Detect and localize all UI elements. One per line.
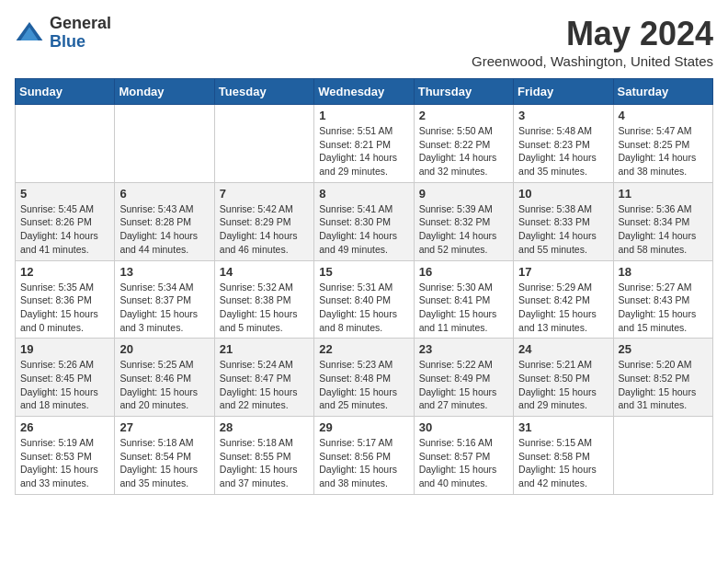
day-info: Sunrise: 5:23 AMSunset: 8:48 PMDaylight:… [319,358,408,412]
day-number: 10 [518,187,608,201]
calendar-cell [115,105,214,183]
day-info: Sunrise: 5:26 AMSunset: 8:45 PMDaylight:… [20,358,109,412]
logo-general-text: General [50,15,111,33]
weekday-header-monday: Monday [115,79,214,105]
day-info: Sunrise: 5:17 AMSunset: 8:56 PMDaylight:… [319,436,408,490]
calendar-cell: 10Sunrise: 5:38 AMSunset: 8:33 PMDayligh… [514,182,613,260]
day-info: Sunrise: 5:45 AMSunset: 8:26 PMDaylight:… [20,202,109,257]
day-number: 27 [119,420,209,434]
calendar-week-1: 1Sunrise: 5:51 AMSunset: 8:21 PMDaylight… [16,105,713,183]
calendar-cell: 2Sunrise: 5:50 AMSunset: 8:22 PMDaylight… [414,105,513,183]
day-info: Sunrise: 5:22 AMSunset: 8:49 PMDaylight:… [419,358,508,412]
calendar-cell: 15Sunrise: 5:31 AMSunset: 8:40 PMDayligh… [314,260,414,339]
month-title: May 2024 [472,15,713,53]
calendar-cell: 28Sunrise: 5:18 AMSunset: 8:55 PMDayligh… [214,417,313,495]
day-info: Sunrise: 5:25 AMSunset: 8:46 PMDaylight:… [119,358,209,412]
calendar-cell: 1Sunrise: 5:51 AMSunset: 8:21 PMDaylight… [314,105,414,183]
day-number: 2 [419,109,508,122]
weekday-header-tuesday: Tuesday [214,79,313,105]
day-info: Sunrise: 5:32 AMSunset: 8:38 PMDaylight:… [220,281,309,335]
location-title: Greenwood, Washington, United States [472,53,713,69]
day-number: 22 [319,342,408,356]
weekday-header-row: SundayMondayTuesdayWednesdayThursdayFrid… [16,79,713,105]
day-number: 19 [20,342,109,356]
calendar-cell: 8Sunrise: 5:41 AMSunset: 8:30 PMDaylight… [314,182,414,260]
calendar-cell: 23Sunrise: 5:22 AMSunset: 8:49 PMDayligh… [414,339,513,417]
day-info: Sunrise: 5:21 AMSunset: 8:50 PMDaylight:… [518,358,608,412]
day-number: 26 [20,420,109,434]
day-info: Sunrise: 5:20 AMSunset: 8:52 PMDaylight:… [619,358,708,412]
day-number: 9 [419,187,508,201]
day-number: 17 [518,265,608,279]
day-number: 20 [119,342,209,356]
day-number: 11 [619,187,708,201]
calendar-cell: 20Sunrise: 5:25 AMSunset: 8:46 PMDayligh… [115,339,214,417]
day-info: Sunrise: 5:39 AMSunset: 8:32 PMDaylight:… [419,202,508,257]
day-info: Sunrise: 5:30 AMSunset: 8:41 PMDaylight:… [419,281,508,335]
calendar-cell: 16Sunrise: 5:30 AMSunset: 8:41 PMDayligh… [414,260,513,339]
calendar-cell: 6Sunrise: 5:43 AMSunset: 8:28 PMDaylight… [115,182,214,260]
day-info: Sunrise: 5:42 AMSunset: 8:29 PMDaylight:… [220,202,309,257]
day-info: Sunrise: 5:16 AMSunset: 8:57 PMDaylight:… [419,436,508,490]
day-info: Sunrise: 5:19 AMSunset: 8:53 PMDaylight:… [20,436,109,490]
logo-blue-text: Blue [50,33,111,52]
day-number: 25 [619,342,708,356]
calendar-cell: 17Sunrise: 5:29 AMSunset: 8:42 PMDayligh… [514,260,613,339]
page-header: General Blue May 2024 Greenwood, Washing… [15,15,713,69]
weekday-header-sunday: Sunday [16,79,115,105]
logo: General Blue [15,15,111,52]
day-number: 4 [619,109,708,122]
day-number: 14 [220,265,309,279]
day-info: Sunrise: 5:24 AMSunset: 8:47 PMDaylight:… [220,358,309,412]
day-info: Sunrise: 5:18 AMSunset: 8:55 PMDaylight:… [220,436,309,490]
day-number: 23 [419,342,508,356]
calendar-cell: 22Sunrise: 5:23 AMSunset: 8:48 PMDayligh… [314,339,414,417]
day-number: 8 [319,187,408,201]
weekday-header-wednesday: Wednesday [314,79,414,105]
calendar-week-5: 26Sunrise: 5:19 AMSunset: 8:53 PMDayligh… [16,417,713,495]
calendar-cell [214,105,313,183]
day-number: 1 [319,109,408,122]
weekday-header-friday: Friday [514,79,613,105]
weekday-header-thursday: Thursday [414,79,513,105]
day-number: 29 [319,420,408,434]
day-info: Sunrise: 5:43 AMSunset: 8:28 PMDaylight:… [119,202,209,257]
weekday-header-saturday: Saturday [613,79,712,105]
day-number: 24 [518,342,608,356]
day-info: Sunrise: 5:36 AMSunset: 8:34 PMDaylight:… [619,202,708,257]
calendar-cell: 24Sunrise: 5:21 AMSunset: 8:50 PMDayligh… [514,339,613,417]
day-info: Sunrise: 5:27 AMSunset: 8:43 PMDaylight:… [619,281,708,335]
calendar-cell: 29Sunrise: 5:17 AMSunset: 8:56 PMDayligh… [314,417,414,495]
calendar-week-3: 12Sunrise: 5:35 AMSunset: 8:36 PMDayligh… [16,260,713,339]
day-number: 12 [20,265,109,279]
day-number: 3 [518,109,608,122]
day-info: Sunrise: 5:48 AMSunset: 8:23 PMDaylight:… [518,124,608,178]
day-number: 21 [220,342,309,356]
calendar-cell: 26Sunrise: 5:19 AMSunset: 8:53 PMDayligh… [16,417,115,495]
logo-text: General Blue [50,15,111,52]
day-number: 15 [319,265,408,279]
day-number: 5 [20,187,109,201]
title-block: May 2024 Greenwood, Washington, United S… [472,15,713,69]
calendar-cell: 25Sunrise: 5:20 AMSunset: 8:52 PMDayligh… [613,339,712,417]
calendar-cell: 9Sunrise: 5:39 AMSunset: 8:32 PMDaylight… [414,182,513,260]
logo-icon [15,18,44,48]
day-info: Sunrise: 5:15 AMSunset: 8:58 PMDaylight:… [518,436,608,490]
calendar-cell: 5Sunrise: 5:45 AMSunset: 8:26 PMDaylight… [16,182,115,260]
day-number: 13 [119,265,209,279]
day-number: 16 [419,265,508,279]
day-number: 31 [518,420,608,434]
calendar-cell: 13Sunrise: 5:34 AMSunset: 8:37 PMDayligh… [115,260,214,339]
day-info: Sunrise: 5:31 AMSunset: 8:40 PMDaylight:… [319,281,408,335]
calendar-cell [16,105,115,183]
day-info: Sunrise: 5:34 AMSunset: 8:37 PMDaylight:… [119,281,209,335]
day-number: 28 [220,420,309,434]
day-number: 18 [619,265,708,279]
calendar-cell: 3Sunrise: 5:48 AMSunset: 8:23 PMDaylight… [514,105,613,183]
calendar-cell: 7Sunrise: 5:42 AMSunset: 8:29 PMDaylight… [214,182,313,260]
calendar-cell: 18Sunrise: 5:27 AMSunset: 8:43 PMDayligh… [613,260,712,339]
day-info: Sunrise: 5:38 AMSunset: 8:33 PMDaylight:… [518,202,608,257]
calendar-cell: 12Sunrise: 5:35 AMSunset: 8:36 PMDayligh… [16,260,115,339]
calendar-cell [613,417,712,495]
day-info: Sunrise: 5:29 AMSunset: 8:42 PMDaylight:… [518,281,608,335]
